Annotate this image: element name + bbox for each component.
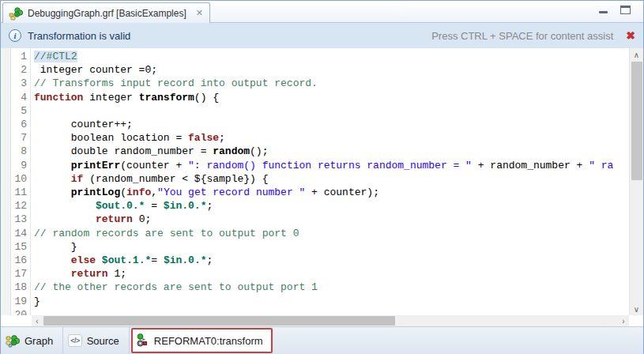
validation-message: Transformation is valid (28, 30, 130, 42)
tab-title: DebuggingGraph.grf [BasicExamples] (28, 8, 186, 19)
code-token: $out.1.* (102, 254, 151, 266)
code-token: } (34, 296, 40, 307)
code-line[interactable]: //#CTL2 (34, 50, 629, 63)
code-token (34, 268, 71, 280)
line-number: 13 (11, 213, 27, 226)
line-number: 16 (11, 254, 27, 267)
code-line[interactable] (34, 308, 629, 315)
code-token: integer counter =0; (34, 64, 157, 76)
line-number: 19 (11, 295, 27, 308)
code-token: } (34, 241, 77, 253)
code-line[interactable]: } (34, 295, 629, 308)
code-token: //#CTL2 (34, 51, 77, 62)
code-line[interactable]: printErr(counter + ": random() function … (34, 159, 629, 172)
scroll-left-icon[interactable]: ‹ (32, 315, 43, 326)
code-token (96, 254, 102, 266)
code-token: = (145, 200, 163, 212)
code-line[interactable]: } (34, 240, 629, 254)
code-token: double random_number = (34, 145, 213, 157)
code-token: integer (83, 92, 138, 104)
line-number: 4 (11, 91, 27, 104)
content-assist-hint: Press CTRL + SPACE for content assist (431, 30, 613, 42)
vertical-scrollbar-thumb[interactable] (631, 62, 642, 180)
graph-file-icon (9, 6, 23, 21)
scroll-down-icon[interactable]: ∨ (630, 303, 643, 315)
code-line[interactable]: // Transforms input record into output r… (34, 77, 629, 90)
code-editor: 1234567891011121314151617181920 //#CTL2 … (1, 48, 643, 326)
code-line[interactable]: // the other records are sent to output … (34, 281, 629, 294)
code-token: false (188, 132, 219, 144)
scroll-up-icon[interactable]: ∧ (630, 48, 643, 61)
code-line[interactable]: boolean location = false; (34, 131, 629, 145)
bottom-tab-bar: Graph </> Source REFORMAT0:transform (1, 326, 643, 354)
line-number: 20 (11, 308, 27, 315)
code-line[interactable]: // random records are sent to output por… (34, 227, 629, 240)
line-number: 9 (11, 159, 27, 172)
line-number: 18 (11, 281, 27, 294)
code-token: ": random() function returns random_numb… (188, 160, 472, 171)
code-line[interactable]: function integer transform() { (34, 91, 629, 104)
code-token: = (151, 254, 164, 266)
code-line[interactable]: $out.0.* = $in.0.*; (34, 199, 629, 213)
code-token: printLog (71, 186, 120, 198)
code-token: transform (139, 92, 194, 104)
code-line[interactable] (34, 104, 629, 118)
line-number: 6 (11, 118, 27, 131)
code-content[interactable]: //#CTL2 integer counter =0;// Transforms… (31, 48, 629, 315)
scroll-right-icon[interactable]: › (618, 315, 629, 326)
code-token: random (213, 145, 250, 157)
code-token: counter++; (34, 119, 133, 130)
code-token: $in.0.* (164, 254, 207, 266)
tab-reformat-transform[interactable]: REFORMAT0:transform (131, 328, 273, 353)
dismiss-icon[interactable]: ✖ (626, 29, 635, 42)
line-number: 17 (11, 267, 27, 281)
view-buttons (599, 6, 631, 14)
code-line[interactable]: return 0; (34, 213, 629, 226)
code-token: // Transforms input record into output r… (34, 77, 318, 89)
code-token: "You get record number " (157, 186, 305, 198)
horizontal-scrollbar-thumb[interactable] (43, 316, 395, 326)
tab-graph[interactable]: Graph (1, 327, 63, 354)
reformat-transform-icon (136, 333, 149, 348)
horizontal-scrollbar[interactable]: ‹ › (32, 315, 629, 326)
code-token: ; (206, 200, 213, 212)
code-token (34, 254, 71, 266)
code-token: ( (120, 186, 126, 198)
code-line[interactable]: integer counter =0; (34, 63, 629, 77)
validation-bar: i Transformation is valid Press CTRL + S… (1, 23, 643, 48)
code-token: boolean location = (34, 132, 188, 144)
annotation-ruler[interactable] (1, 48, 11, 315)
code-token (34, 186, 71, 198)
line-number: 15 (11, 240, 27, 254)
maximize-icon[interactable] (620, 6, 631, 14)
line-number: 5 (11, 104, 27, 118)
minimize-icon[interactable] (599, 11, 608, 13)
code-token: , (151, 186, 157, 198)
tab-reformat-label: REFORMAT0:transform (154, 335, 263, 347)
code-token: ; (219, 132, 225, 144)
code-line[interactable]: printLog(info,"You get record number " +… (34, 186, 629, 199)
code-token: // the other records are sent to output … (34, 281, 318, 293)
code-token: else (71, 254, 96, 266)
line-number: 3 (11, 77, 27, 90)
code-line[interactable]: counter++; (34, 118, 629, 131)
editor-main: 1234567891011121314151617181920 //#CTL2 … (1, 48, 643, 315)
tab-source[interactable]: </> Source (63, 327, 130, 354)
code-token: () { (194, 92, 219, 104)
code-token: // random records are sent to output por… (34, 228, 299, 239)
code-line[interactable]: if (random_number < ${sample}) { (34, 172, 629, 186)
code-token (34, 173, 71, 185)
code-line[interactable]: else $out.1.*= $in.0.*; (34, 254, 629, 267)
tab-close-icon[interactable]: ✕ (196, 9, 203, 17)
code-token: function (34, 92, 83, 104)
code-token: (random_number < ${sample}) { (83, 173, 268, 185)
code-line[interactable]: double random_number = random(); (34, 145, 629, 158)
line-number: 14 (11, 227, 27, 240)
vertical-scrollbar[interactable]: ∧ ∨ (629, 48, 643, 315)
code-token: 0; (133, 213, 151, 225)
editor-window: DebuggingGraph.grf [BasicExamples] ✕ i T… (0, 0, 644, 354)
code-line[interactable]: return 1; (34, 267, 629, 281)
line-number-gutter: 1234567891011121314151617181920 (11, 48, 31, 315)
code-token: info (126, 186, 151, 198)
tab-debugginggraph[interactable]: DebuggingGraph.grf [BasicExamples] ✕ (2, 2, 210, 23)
